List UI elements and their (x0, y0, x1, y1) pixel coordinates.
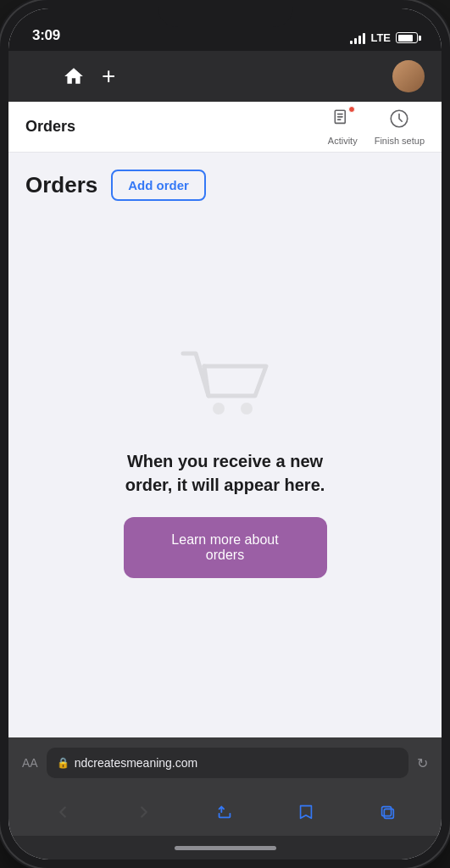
orders-title: Orders (25, 172, 97, 198)
browser-bar: AA 🔒 ndcreatesmeaning.com ↻ (8, 737, 442, 788)
empty-state-text: When you receive a new order, it will ap… (107, 449, 344, 497)
main-content: Orders Add order When you receive a new … (8, 153, 442, 737)
reload-icon[interactable]: ↻ (417, 755, 428, 771)
empty-state: When you receive a new order, it will ap… (8, 214, 442, 737)
phone-frame: 3:09 LTE (0, 0, 450, 868)
add-order-button[interactable]: Add order (111, 170, 206, 201)
home-button[interactable] (63, 65, 85, 87)
finish-setup-icon (388, 108, 410, 133)
screen: 3:09 LTE (8, 8, 442, 860)
status-time: 3:09 (32, 27, 60, 44)
bookmarks-button[interactable] (287, 793, 325, 831)
top-bar: Orders Activity (8, 102, 442, 153)
back-button[interactable] (44, 793, 81, 831)
cart-icon (175, 341, 276, 429)
top-bar-actions: Activity Finish setup (328, 108, 425, 146)
home-indicator (8, 836, 442, 860)
add-button[interactable]: + (102, 64, 115, 88)
nav-bar: + (8, 51, 442, 102)
page-title: Orders (25, 118, 75, 136)
avatar[interactable] (392, 60, 425, 92)
share-button[interactable] (206, 793, 243, 831)
signal-icon (350, 32, 365, 44)
lock-icon: 🔒 (57, 757, 69, 769)
activity-button[interactable]: Activity (328, 108, 358, 146)
notch (158, 0, 293, 27)
activity-label: Activity (328, 136, 358, 146)
url-bar[interactable]: 🔒 ndcreatesmeaning.com (47, 748, 408, 778)
home-bar (175, 846, 276, 850)
svg-rect-8 (384, 809, 393, 818)
lte-label: LTE (370, 31, 391, 44)
forward-button[interactable] (125, 793, 163, 831)
status-icons: LTE (350, 31, 418, 44)
url-text: ndcreatesmeaning.com (75, 756, 198, 770)
browser-aa-button[interactable]: AA (22, 756, 38, 770)
tabs-button[interactable] (369, 793, 406, 831)
activity-icon (331, 108, 353, 133)
svg-point-6 (241, 403, 253, 415)
finish-setup-label: Finish setup (375, 136, 425, 146)
activity-notification-dot (348, 106, 355, 113)
finish-setup-button[interactable]: Finish setup (375, 108, 425, 146)
learn-more-button[interactable]: Learn more about orders (124, 517, 327, 578)
bottom-toolbar (8, 788, 442, 836)
battery-icon (396, 32, 418, 43)
hamburger-menu-button[interactable] (25, 69, 46, 84)
svg-rect-7 (382, 807, 392, 816)
orders-header: Orders Add order (8, 153, 442, 214)
svg-point-5 (213, 403, 225, 415)
